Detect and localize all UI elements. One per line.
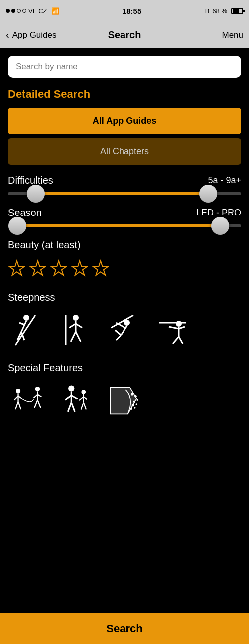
difficulties-label: Difficulties bbox=[8, 175, 53, 186]
search-input-container[interactable] bbox=[8, 56, 241, 78]
battery-fill bbox=[233, 9, 239, 13]
star-4[interactable]: ★ bbox=[71, 257, 89, 280]
svg-point-38 bbox=[68, 385, 74, 391]
vertical-climber-icon[interactable] bbox=[56, 310, 96, 350]
svg-line-43 bbox=[71, 403, 75, 412]
status-left: VF CZ 📶 bbox=[6, 7, 59, 15]
status-bar: VF CZ 📶 18:55 B 68 % bbox=[0, 0, 249, 22]
carrier-label: VF CZ bbox=[28, 7, 47, 15]
difficulties-thumb-max[interactable] bbox=[199, 185, 217, 203]
svg-point-44 bbox=[81, 390, 86, 394]
signal-dots bbox=[6, 9, 26, 13]
special-features-section: Special Features bbox=[8, 362, 241, 421]
difficulties-track[interactable] bbox=[8, 192, 241, 195]
steepness-section: Steepness bbox=[8, 292, 241, 350]
steepness-icon-row bbox=[8, 310, 241, 350]
menu-button[interactable]: Menu bbox=[222, 30, 243, 40]
svg-line-41 bbox=[71, 396, 77, 399]
svg-line-30 bbox=[15, 402, 18, 410]
svg-point-56 bbox=[134, 407, 136, 409]
back-chevron-icon: ‹ bbox=[6, 29, 9, 41]
svg-point-26 bbox=[16, 389, 20, 393]
svg-line-48 bbox=[81, 403, 84, 410]
all-guides-button[interactable]: All App Guides bbox=[8, 108, 241, 134]
difficulties-section: Difficulties 5a - 9a+ bbox=[8, 175, 241, 195]
svg-line-9 bbox=[76, 324, 82, 328]
season-value: LED - PRO bbox=[196, 208, 241, 218]
battery-level: 68 % bbox=[212, 7, 227, 15]
svg-line-23 bbox=[173, 337, 179, 344]
svg-line-40 bbox=[65, 396, 71, 400]
waterfall-icon[interactable] bbox=[104, 381, 143, 421]
svg-line-31 bbox=[18, 402, 21, 410]
svg-point-55 bbox=[132, 404, 134, 406]
svg-line-29 bbox=[18, 396, 22, 399]
back-label: App Guides bbox=[12, 30, 57, 40]
svg-point-0 bbox=[23, 315, 29, 321]
dot3 bbox=[17, 9, 21, 13]
belayer-icon[interactable] bbox=[8, 381, 48, 421]
season-thumb-max[interactable] bbox=[211, 217, 229, 235]
season-track[interactable] bbox=[8, 224, 241, 227]
roof-climber-icon[interactable] bbox=[151, 310, 191, 350]
star-1[interactable]: ★ bbox=[8, 257, 26, 280]
search-bottom-button[interactable]: Search bbox=[0, 613, 249, 644]
svg-point-54 bbox=[136, 403, 138, 405]
svg-point-19 bbox=[176, 321, 182, 327]
svg-line-37 bbox=[37, 400, 40, 408]
difficulties-thumb-min[interactable] bbox=[27, 185, 45, 203]
svg-point-6 bbox=[73, 315, 79, 321]
difficulties-value: 5a - 9a+ bbox=[208, 175, 241, 186]
season-thumb-min[interactable] bbox=[8, 217, 26, 235]
main-content: Detailed Search All App Guides All Chapt… bbox=[0, 48, 249, 472]
family-icon[interactable] bbox=[56, 381, 96, 421]
steepness-label: Steepness bbox=[8, 292, 241, 303]
wifi-icon: 📶 bbox=[51, 7, 59, 15]
svg-point-53 bbox=[133, 401, 135, 403]
svg-point-57 bbox=[130, 408, 132, 410]
detailed-search-title: Detailed Search bbox=[8, 88, 241, 101]
svg-line-8 bbox=[69, 324, 76, 328]
bluetooth-icon: B bbox=[205, 7, 210, 15]
stars-row: ★ ★ ★ ★ ★ bbox=[8, 257, 241, 280]
slab-climber-icon[interactable] bbox=[8, 310, 48, 350]
star-5[interactable]: ★ bbox=[92, 257, 110, 280]
bottom-spacer bbox=[8, 432, 241, 472]
difficulties-fill bbox=[36, 192, 208, 195]
svg-line-2 bbox=[19, 323, 24, 325]
season-section: Season LED - PRO bbox=[8, 207, 241, 227]
all-chapters-button[interactable]: All Chapters bbox=[8, 138, 241, 165]
special-features-icon-row bbox=[8, 381, 241, 421]
star-2[interactable]: ★ bbox=[29, 257, 47, 280]
svg-line-11 bbox=[76, 332, 81, 342]
svg-line-17 bbox=[116, 335, 121, 340]
svg-line-46 bbox=[79, 397, 84, 400]
status-right: B 68 % bbox=[205, 7, 243, 15]
svg-line-10 bbox=[71, 332, 76, 342]
special-features-label: Special Features bbox=[8, 362, 241, 374]
overhang-climber-icon[interactable] bbox=[104, 310, 143, 350]
search-input[interactable] bbox=[16, 62, 233, 72]
nav-bar: ‹ App Guides Search Menu bbox=[0, 22, 249, 48]
beauty-label: Beauty (at least) bbox=[8, 239, 241, 251]
battery-icon bbox=[231, 8, 243, 14]
svg-line-36 bbox=[34, 400, 37, 408]
dot1 bbox=[6, 9, 10, 13]
dot2 bbox=[11, 9, 15, 13]
star-3[interactable]: ★ bbox=[50, 257, 68, 280]
back-button[interactable]: ‹ App Guides bbox=[6, 29, 57, 41]
svg-point-50 bbox=[131, 393, 133, 395]
svg-line-21 bbox=[169, 327, 179, 329]
svg-line-16 bbox=[115, 330, 121, 335]
dot4 bbox=[22, 9, 26, 13]
status-time: 18:55 bbox=[123, 7, 141, 15]
season-header: Season LED - PRO bbox=[8, 207, 241, 218]
season-label: Season bbox=[8, 207, 42, 218]
svg-line-42 bbox=[68, 403, 71, 412]
svg-line-49 bbox=[84, 403, 86, 410]
svg-point-32 bbox=[35, 387, 40, 391]
svg-point-51 bbox=[134, 395, 136, 397]
svg-point-52 bbox=[136, 399, 138, 401]
beauty-section: Beauty (at least) ★ ★ ★ ★ ★ bbox=[8, 239, 241, 280]
svg-line-24 bbox=[179, 337, 183, 344]
